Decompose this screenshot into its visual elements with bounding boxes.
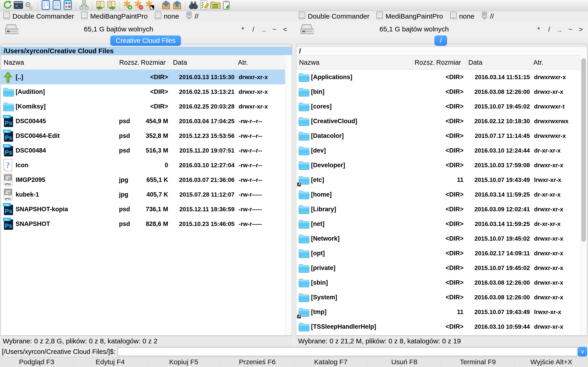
search-button[interactable] <box>188 0 199 10</box>
nav-button-history[interactable]: > <box>576 24 586 34</box>
file-row[interactable]: [Datacolor]<DIR>2015.07.17 11:14:45drwxr… <box>296 128 581 143</box>
command-history-dropdown[interactable]: v <box>578 347 587 357</box>
nav-button-root[interactable]: / <box>248 24 259 34</box>
file-row[interactable]: [home]<DIR>2016.03.14 11:59:25dr-xr-xr-x <box>296 187 581 202</box>
file-row[interactable]: [System]<DIR>2016.03.08 12:26:00drwxr-xr… <box>296 290 581 305</box>
refresh-button[interactable] <box>2 0 13 10</box>
file-row[interactable]: PsPSDDSC00464-Editpsd352,8 M2015.12.23 1… <box>1 128 286 143</box>
nav-button-root-list[interactable]: * <box>533 24 544 34</box>
nav-button-root-list[interactable]: * <box>237 24 248 34</box>
file-row[interactable]: [bin]<DIR>2016.03.08 12:26:00drwxr-xr-x <box>296 84 581 99</box>
terminal-button[interactable]: >_ <box>13 0 24 10</box>
function-button-alt-x[interactable]: Wyjście Alt+X <box>515 357 588 367</box>
file-row[interactable]: [net]<DIR>2016.03.14 11:59:25dr-xr-xr-x <box>296 217 581 231</box>
psd-icon: PsPSD <box>1 202 16 217</box>
scrollbar-right[interactable] <box>580 55 587 335</box>
column-header-rozmiar[interactable]: Rozmiar <box>139 55 171 69</box>
function-button-f3[interactable]: Podgląd F3 <box>0 357 73 367</box>
nav-button-home[interactable]: ~ <box>269 24 280 34</box>
select-plus-button[interactable]: + <box>122 0 133 10</box>
select-minus-button[interactable]: − <box>133 0 144 10</box>
pack-button[interactable] <box>161 0 172 10</box>
drive-button[interactable]: none <box>450 11 475 21</box>
column-header-data[interactable]: Data <box>466 55 531 69</box>
tab-creative-cloud-files[interactable]: Creative Cloud Files <box>110 35 181 46</box>
current-path-left[interactable]: /Users/xyrcon/Creative Cloud Files <box>1 47 292 55</box>
file-row[interactable]: [Network]<DIR>2015.10.07 19:45:02drwxr-x… <box>296 231 581 246</box>
file-name: DSC00464-Edit <box>16 132 117 140</box>
file-row[interactable]: [etc]112015.10.07 19:43:49lrwxr-xr-x <box>296 173 581 187</box>
dir-tree-button[interactable] <box>78 0 90 10</box>
right-file-list: [Applications]<DIR>2016.03.14 11:51:15dr… <box>296 70 581 335</box>
file-name: [net] <box>311 220 413 227</box>
file-date: 2016.03.10 12:24:44 <box>466 147 531 154</box>
drive-button[interactable]: Double Commander <box>299 11 369 21</box>
file-row[interactable]: [TSSleepHandlerHelp]<DIR>2016.03.10 10:5… <box>296 319 581 334</box>
column-header-nazwa[interactable]: Nazwa <box>1 55 117 69</box>
function-button-f4[interactable]: Edytuj F4 <box>73 357 147 367</box>
file-row[interactable]: [tmp]112015.10.07 19:43:49lrwxr-xr-x <box>296 305 581 319</box>
file-row[interactable]: PsPSDDSC00484psd516,3 M2015.11.20 19:07:… <box>1 143 286 158</box>
file-row[interactable]: PsPSDSNAPSHOT-kopiapsd736,1 M2015.12.11 … <box>1 202 286 217</box>
column-header-nazwa[interactable]: Nazwa <box>296 55 413 69</box>
nav-button-root[interactable]: / <box>544 24 554 34</box>
function-button-f8[interactable]: Usuń F8 <box>367 357 441 367</box>
drive-button[interactable]: Double Commander <box>3 11 74 21</box>
column-header-atr[interactable]: Atr. <box>236 55 286 69</box>
file-row[interactable]: PsPSDSNAPSHOTpsd828,6 M2015.10.23 15:46:… <box>1 217 286 231</box>
column-header-atr[interactable]: Atr. <box>531 55 581 69</box>
column-header-rozsz[interactable]: Rozsz. <box>117 55 139 69</box>
back-button[interactable] <box>95 0 106 10</box>
file-row[interactable]: [Audition]<DIR>2016.02.15 13:13:21drwxr-… <box>1 84 286 99</box>
function-button-f7[interactable]: Katalog F7 <box>294 357 367 367</box>
nav-button-home[interactable]: ~ <box>565 24 576 34</box>
column-header-rozmiar[interactable]: Rozmiar <box>434 55 466 69</box>
scrollbar-thumb[interactable] <box>581 58 586 242</box>
column-header-rozsz[interactable]: Rozsz. <box>413 55 434 69</box>
file-row[interactable]: [CreativeCloud]<DIR>2016.02.12 10:18:30d… <box>296 114 581 128</box>
file-row[interactable]: JPEGIMGP2095jpg655,1 K2016.03.07 21:36:0… <box>1 173 286 187</box>
nav-button-parent[interactable]: .. <box>554 24 565 34</box>
tab-root[interactable]: / <box>435 35 447 46</box>
forward-button[interactable] <box>106 0 117 10</box>
view-thumbs-button[interactable] <box>62 0 73 10</box>
toolbar-separator <box>76 1 76 10</box>
nav-button-parent[interactable]: .. <box>259 24 269 34</box>
scrollbar-left[interactable] <box>285 55 292 335</box>
file-row[interactable]: ?Icon02016.03.10 12:27:04-rw-r--r-- <box>1 158 286 173</box>
view-full-button[interactable] <box>51 0 62 10</box>
file-row[interactable]: [cores]<DIR>2015.10.07 19:45:02drwxrwxr-… <box>296 99 581 114</box>
file-row[interactable]: PsPSDDSC00445psd454,9 M2016.03.04 17:04:… <box>1 114 286 128</box>
nav-button-history[interactable]: < <box>280 24 290 34</box>
options-button[interactable]: ⚙⚙ <box>24 0 35 10</box>
drive-button[interactable]: // <box>481 11 494 21</box>
function-button-f9[interactable]: Terminal F9 <box>441 357 515 367</box>
drive-button[interactable]: MediBangPaintPro <box>81 11 147 21</box>
drive-button[interactable]: MediBangPaintPro <box>376 11 443 21</box>
column-header-data[interactable]: Data <box>171 55 236 69</box>
multi-rename-button[interactable] <box>199 0 210 10</box>
file-row[interactable]: [Komiksy]<DIR>2016.02.25 20:03:28drwxr-x… <box>1 99 286 114</box>
view-brief-button[interactable] <box>40 0 51 10</box>
file-row[interactable]: [opt]<DIR>2016.02.17 14:09:11drwxr-xr-x <box>296 246 581 261</box>
file-row[interactable]: [Developer]<DIR>2015.10.03 17:59:08drwxr… <box>296 158 581 173</box>
select-invert-button[interactable] <box>144 0 155 10</box>
clipboard-button[interactable] <box>221 0 232 10</box>
sync-dirs-button[interactable] <box>210 0 221 10</box>
command-input[interactable] <box>117 347 578 356</box>
file-row[interactable]: [Library]<DIR>2016.03.09 12:02:41drwxr-x… <box>296 202 581 217</box>
file-row[interactable]: [dev]<DIR>2016.03.10 12:24:44dr-xr-xr-x <box>296 143 581 158</box>
file-row[interactable]: JPEGkubek-1jpg405,7 K2015.07.28 11:12:07… <box>1 187 286 202</box>
file-row[interactable]: [private]<DIR>2015.10.07 19:45:02drwxr-x… <box>296 261 581 275</box>
pack-icon <box>161 0 171 11</box>
drive-button[interactable]: none <box>155 11 179 21</box>
current-path-right[interactable]: / <box>296 47 587 55</box>
file-row[interactable]: [..]<DIR>2016.03.13 13:15:30drwxr-xr-x <box>1 70 286 84</box>
file-row[interactable]: [sbin]<DIR>2016.03.08 12:26:00drwxr-xr-x <box>296 275 581 290</box>
folder-icon <box>296 319 311 334</box>
function-button-f6[interactable]: Przenieś F6 <box>220 357 294 367</box>
function-button-f5[interactable]: Kopiuj F5 <box>147 357 220 367</box>
unpack-button[interactable] <box>172 0 183 10</box>
file-row[interactable]: [Applications]<DIR>2016.03.14 11:51:15dr… <box>296 70 581 84</box>
drive-button[interactable]: // <box>186 11 199 21</box>
